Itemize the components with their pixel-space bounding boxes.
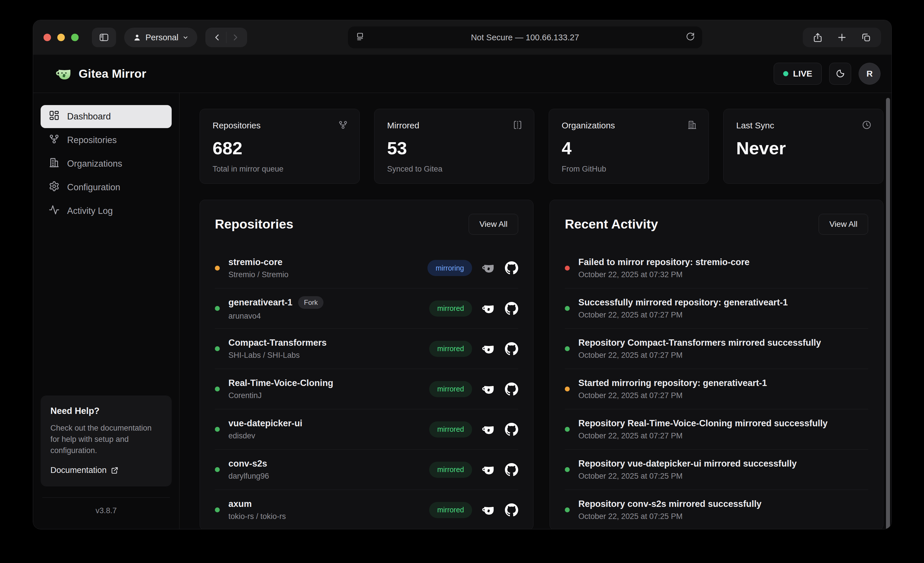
stat-value: Never	[736, 138, 870, 158]
zoom-window-button[interactable]	[71, 34, 79, 41]
activity-row[interactable]: Repository vue-datepicker-ui mirrored su…	[565, 449, 868, 490]
status-dot-icon	[215, 467, 220, 472]
theme-toggle-button[interactable]	[829, 63, 851, 85]
help-body: Check out the documentation for help wit…	[50, 422, 162, 456]
sidebar-item-activity-log[interactable]: Activity Log	[40, 199, 172, 223]
sidebar-toggle-icon	[99, 32, 109, 43]
github-icon[interactable]	[505, 302, 518, 315]
repository-row[interactable]: Real-Time-Voice-Cloning CorentinJ mirror…	[215, 369, 518, 409]
status-dot-icon	[565, 508, 570, 512]
stat-card: Repositories 682 Total in mirror queue	[200, 109, 360, 184]
gitea-icon[interactable]	[482, 261, 495, 275]
repo-name: axum	[228, 499, 252, 509]
github-icon[interactable]	[505, 383, 518, 396]
activity-row[interactable]: Repository conv-s2s mirrored successfull…	[565, 490, 868, 529]
sidebar-item-repositories[interactable]: Repositories	[40, 129, 172, 152]
repository-row[interactable]: axum tokio-rs / tokio-rs mirrored	[215, 490, 518, 529]
activity-row[interactable]: Started mirroring repository: generative…	[565, 369, 868, 409]
sidebar-item-icon	[49, 204, 60, 218]
stat-card: Last Sync Never	[723, 109, 884, 184]
tab-overview-icon[interactable]	[861, 32, 871, 43]
status-dot-icon	[215, 346, 220, 351]
sidebar-item-organizations[interactable]: Organizations	[40, 152, 172, 175]
activity-row[interactable]: Failed to mirror repository: stremio-cor…	[565, 248, 868, 288]
forward-button[interactable]	[226, 29, 244, 46]
repository-row[interactable]: stremio-core Stremio / Stremio mirroring	[215, 248, 518, 288]
header-actions: LIVE R	[774, 63, 880, 85]
github-icon[interactable]	[505, 342, 518, 355]
repositories-panel-header: Repositories View All	[215, 214, 518, 235]
scrollbar-thumb[interactable]	[886, 98, 890, 529]
repository-row[interactable]: conv-s2s darylfung96 mirrored	[215, 449, 518, 490]
gitea-icon[interactable]	[482, 463, 495, 476]
history-nav	[206, 28, 247, 47]
gitea-mirror-app: Gitea Mirror LIVE R Dashboard	[33, 55, 891, 529]
gitea-icon[interactable]	[482, 423, 495, 436]
brand[interactable]: Gitea Mirror	[56, 65, 146, 82]
gitea-icon[interactable]	[482, 383, 495, 396]
main-content: Repositories 682 Total in mirror queue M…	[180, 93, 891, 529]
gitea-icon[interactable]	[482, 302, 495, 315]
status-dot-icon	[215, 306, 220, 311]
minimize-window-button[interactable]	[57, 34, 65, 41]
github-icon[interactable]	[505, 503, 518, 517]
documentation-link[interactable]: Documentation	[50, 466, 162, 475]
clock-icon	[862, 120, 872, 131]
documentation-link-label: Documentation	[50, 466, 106, 475]
activity-row[interactable]: Successfully mirrored repository: genera…	[565, 288, 868, 328]
back-button[interactable]	[208, 29, 226, 46]
activity-list: Failed to mirror repository: stremio-cor…	[565, 248, 868, 529]
github-icon[interactable]	[505, 261, 518, 275]
repo-owner: tokio-rs / tokio-rs	[228, 512, 286, 521]
status-badge: mirroring	[428, 260, 472, 276]
version-label: v3.8.7	[40, 506, 172, 515]
stat-subtitle: From GitHub	[562, 165, 696, 174]
repositories-view-all-button[interactable]: View All	[469, 214, 518, 235]
sidebar-toggle-button[interactable]	[92, 28, 116, 47]
close-window-button[interactable]	[44, 34, 51, 41]
stat-value: 4	[562, 138, 696, 158]
stat-label: Organizations	[562, 121, 696, 130]
status-dot-icon	[565, 467, 570, 472]
live-dot-icon	[783, 71, 788, 76]
status-dot-icon	[565, 266, 570, 271]
sidebar-item-dashboard[interactable]: Dashboard	[40, 105, 172, 128]
activity-timestamp: October 22, 2025 at 07:25 PM	[578, 472, 797, 481]
activity-timestamp: October 22, 2025 at 07:27 PM	[578, 351, 821, 360]
share-icon[interactable]	[813, 32, 823, 43]
app-header: Gitea Mirror LIVE R	[33, 55, 891, 93]
live-status-button[interactable]: LIVE	[774, 63, 822, 85]
reload-icon[interactable]	[686, 32, 695, 43]
activity-view-all-button[interactable]: View All	[819, 214, 868, 235]
status-badge: mirrored	[429, 301, 472, 317]
app-title: Gitea Mirror	[79, 67, 146, 81]
profile-switcher[interactable]: Personal	[124, 28, 197, 47]
traffic-lights	[44, 34, 79, 41]
github-icon[interactable]	[505, 463, 518, 476]
status-badge: mirrored	[429, 502, 472, 518]
chevron-right-icon	[231, 33, 240, 42]
gitea-icon[interactable]	[482, 342, 495, 355]
github-icon[interactable]	[505, 423, 518, 436]
new-tab-icon[interactable]	[837, 32, 847, 43]
sidebar-item-label: Repositories	[67, 135, 117, 145]
sidebar-item-configuration[interactable]: Configuration	[40, 176, 172, 199]
address-bar[interactable]: Not Secure — 100.66.133.27	[348, 27, 702, 48]
status-dot-icon	[565, 427, 570, 432]
repo-name: stremio-core	[228, 257, 282, 267]
activity-message: Repository Real-Time-Voice-Cloning mirro…	[578, 418, 828, 428]
repository-row[interactable]: vue-datepicker-ui edisdev mirrored	[215, 409, 518, 449]
user-avatar[interactable]: R	[859, 63, 880, 85]
repository-row[interactable]: generativeart-1 Fork arunavo4 mirrored	[215, 288, 518, 328]
status-badge: mirrored	[429, 421, 472, 437]
status-dot-icon	[565, 306, 570, 311]
repositories-panel-title: Repositories	[215, 217, 294, 232]
activity-row[interactable]: Repository Compact-Transformers mirrored…	[565, 328, 868, 369]
repository-row[interactable]: Compact-Transformers SHI-Labs / SHI-Labs…	[215, 328, 518, 369]
browser-toolbar: Personal Not Secure — 100.66.133.27	[33, 20, 891, 55]
gitea-icon[interactable]	[482, 503, 495, 517]
repo-owner: SHI-Labs / SHI-Labs	[228, 351, 327, 360]
activity-row[interactable]: Repository Real-Time-Voice-Cloning mirro…	[565, 409, 868, 449]
chevron-down-icon	[182, 34, 189, 40]
reader-view-icon[interactable]	[356, 32, 364, 43]
